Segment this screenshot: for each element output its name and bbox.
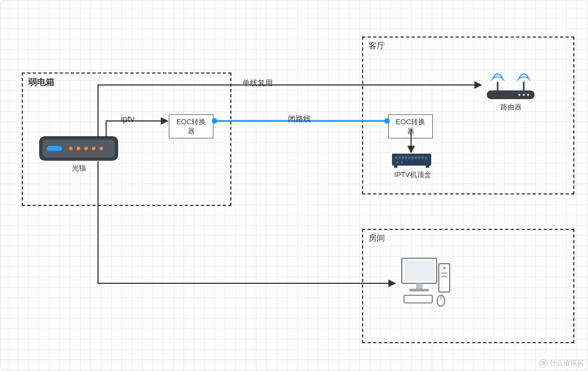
- watermark: 值 什么值得买: [539, 358, 584, 368]
- svg-rect-17: [402, 156, 404, 159]
- svg-rect-31: [416, 283, 422, 289]
- svg-point-5: [84, 147, 88, 150]
- svg-rect-22: [418, 156, 420, 159]
- svg-rect-21: [415, 156, 417, 159]
- svg-rect-37: [404, 295, 432, 303]
- svg-rect-24: [425, 156, 427, 159]
- svg-rect-23: [421, 156, 424, 159]
- svg-rect-16: [399, 156, 401, 159]
- watermark-logo-icon: 值: [539, 359, 548, 368]
- set-top-box-label: IPTV机顶盒: [391, 170, 434, 180]
- link-label-coax: 闭路线: [286, 114, 313, 124]
- svg-point-4: [77, 147, 80, 150]
- svg-point-11: [518, 94, 520, 96]
- link-label-iptv: iptv: [119, 114, 137, 124]
- svg-rect-30: [404, 260, 434, 281]
- svg-point-13: [527, 94, 529, 96]
- zone-living-label: 客厅: [369, 41, 385, 51]
- optical-modem-icon: [39, 136, 118, 161]
- svg-point-3: [69, 147, 72, 150]
- svg-point-6: [92, 147, 95, 150]
- svg-point-34: [443, 267, 445, 269]
- link-label-single-reuse: 单线复用: [240, 78, 275, 88]
- svg-rect-27: [394, 166, 397, 168]
- svg-point-7: [100, 147, 103, 150]
- svg-rect-28: [426, 166, 429, 168]
- eoc-converter-right: EOC转换器: [388, 114, 433, 138]
- svg-point-25: [396, 161, 399, 163]
- svg-rect-32: [409, 289, 429, 291]
- zone-room-label: 房间: [369, 233, 385, 244]
- svg-rect-36: [441, 276, 448, 277]
- router-icon: [483, 65, 538, 100]
- svg-rect-14: [392, 154, 431, 166]
- svg-point-26: [401, 161, 403, 163]
- zone-room: 房间: [362, 229, 574, 343]
- svg-point-12: [523, 94, 525, 96]
- router-label: 路由器: [494, 102, 527, 112]
- svg-rect-18: [405, 156, 407, 159]
- svg-rect-19: [408, 156, 411, 159]
- svg-rect-20: [412, 156, 414, 159]
- eoc-converter-left: EOC转换器: [169, 114, 213, 138]
- optical-modem-label: 光猫: [65, 163, 93, 173]
- set-top-box-icon: [392, 154, 431, 168]
- svg-rect-35: [441, 272, 448, 274]
- watermark-text: 什么值得买: [550, 358, 584, 368]
- zone-weakbox-label: 弱电箱: [28, 77, 54, 88]
- svg-rect-2: [47, 146, 62, 151]
- desktop-computer-icon: [397, 256, 452, 308]
- svg-rect-15: [395, 156, 397, 159]
